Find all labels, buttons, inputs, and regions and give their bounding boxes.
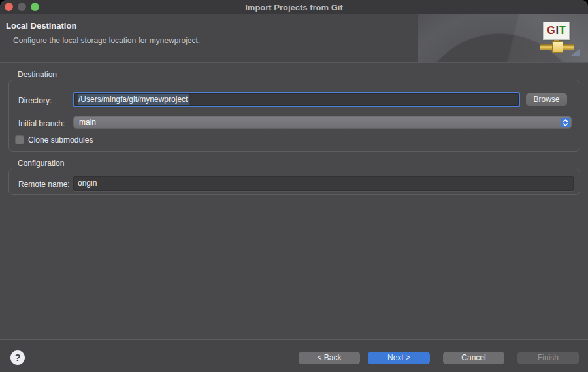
- page-description: Configure the local storage location for…: [13, 36, 200, 45]
- git-letter-t: T: [559, 25, 566, 36]
- directory-input-selected-text: /Users/mingfa/git/mynewproject: [78, 94, 189, 105]
- remote-name-label: Remote name:: [18, 180, 70, 189]
- back-button[interactable]: < Back: [299, 352, 360, 364]
- initial-branch-label: Initial branch:: [18, 119, 65, 128]
- cancel-button[interactable]: Cancel: [443, 352, 504, 364]
- configuration-group-label: Configuration: [18, 159, 64, 168]
- browse-button[interactable]: Browse: [526, 93, 567, 106]
- directory-label: Directory:: [18, 96, 52, 105]
- git-letter-g: G: [547, 25, 555, 36]
- git-repository-icon: GIT: [540, 20, 577, 57]
- initial-branch-select[interactable]: main: [73, 116, 572, 129]
- destination-group-label: Destination: [18, 70, 57, 79]
- destination-groupbox: [8, 80, 580, 152]
- page-title: Local Destination: [6, 21, 76, 31]
- window-title: Import Projects from Git: [0, 0, 588, 14]
- next-button[interactable]: Next >: [368, 352, 430, 364]
- chevron-up-down-icon: [561, 118, 570, 127]
- git-icon-screen: GIT: [543, 22, 570, 40]
- initial-branch-selected-value: main: [79, 116, 96, 129]
- remote-name-input[interactable]: origin: [73, 176, 574, 191]
- import-projects-from-git-dialog: Import Projects from Git Local Destinati…: [0, 0, 588, 372]
- directory-input[interactable]: /Users/mingfa/git/mynewproject: [73, 92, 520, 107]
- git-icon-cube: [552, 41, 563, 53]
- finish-button[interactable]: Finish: [517, 352, 579, 364]
- clone-submodules-checkbox[interactable]: [15, 135, 24, 144]
- button-bar: ? < Back Next > Cancel Finish: [0, 339, 588, 372]
- help-button[interactable]: ?: [10, 350, 25, 365]
- wizard-header: Local Destination Configure the local st…: [0, 14, 588, 63]
- remote-name-value: origin: [78, 178, 97, 188]
- clone-submodules-label: Clone submodules: [28, 135, 93, 144]
- title-bar: Import Projects from Git: [0, 0, 588, 14]
